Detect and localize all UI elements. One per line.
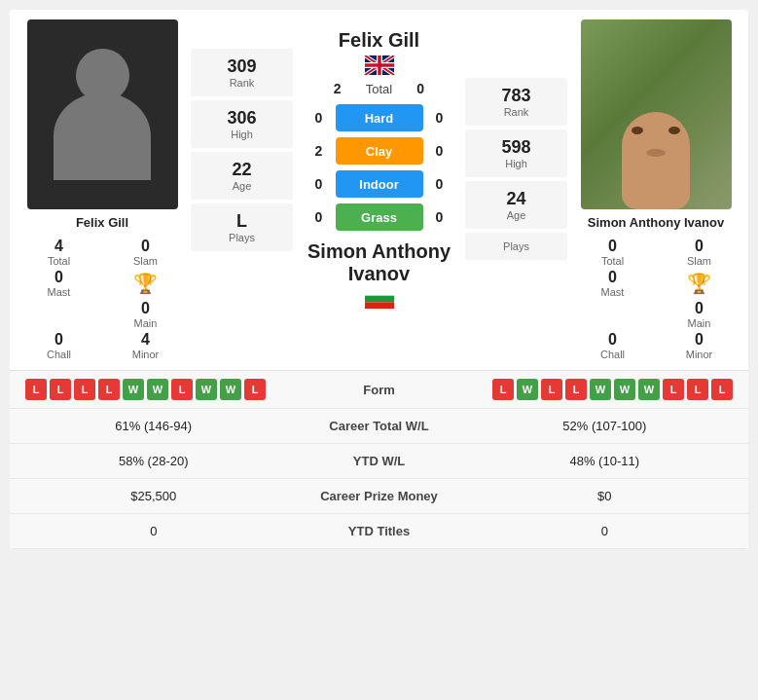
player2-prize: $0 — [477, 489, 734, 503]
player1-main-label: Main — [106, 317, 185, 329]
form-badge: L — [565, 379, 587, 400]
form-badge: L — [50, 379, 71, 400]
player2-mast-cell: 0 Mast — [573, 269, 652, 298]
player2-slam-value: 0 — [660, 238, 739, 255]
player1-rank-box: 309 Rank — [191, 49, 293, 96]
form-badge: W — [517, 379, 538, 400]
p1-hard-score: 0 — [310, 110, 328, 126]
player1-high-label: High — [195, 129, 289, 140]
p2-total-score: 0 — [412, 81, 429, 96]
player2-plays-box: Plays — [465, 233, 567, 260]
form-row: LLLLWWLWWL Form LWLLWWWLLL — [10, 371, 748, 409]
player2-photo — [581, 19, 732, 209]
player2-main-cell: 0 Main — [660, 300, 739, 329]
player2-rank-value: 783 — [469, 86, 563, 106]
player1-total-label: Total — [19, 255, 98, 267]
total-label: Total — [366, 82, 392, 96]
player1-age-box: 22 Age — [191, 152, 293, 200]
prize-row: $25,500 Career Prize Money $0 — [10, 479, 748, 514]
form-badge: W — [123, 379, 144, 400]
player1-minor-cell: 4 Minor — [106, 331, 185, 360]
player1-mast-label: Mast — [19, 286, 98, 298]
ytd-wl-row: 58% (28-20) YTD W/L 48% (10-11) — [10, 444, 748, 479]
player1-name-top: Felix Gill — [339, 29, 419, 52]
player1-high-value: 306 — [195, 108, 289, 129]
form-label: Form — [341, 383, 418, 397]
player1-rank-value: 309 — [195, 56, 289, 77]
player1-slam-label: Slam — [106, 255, 185, 267]
player2-flag-icon — [364, 289, 395, 309]
player1-plays-value: L — [195, 211, 289, 232]
form-badge: L — [492, 379, 514, 400]
clay-button[interactable]: Clay — [336, 137, 423, 165]
player1-flag-container — [364, 55, 395, 75]
player2-trophy-cell: 🏆 — [660, 269, 739, 298]
player1-chall-value: 0 — [19, 331, 98, 349]
svg-rect-1 — [365, 289, 394, 296]
player2-high-box: 598 High — [465, 129, 567, 177]
p1-indoor-score: 0 — [310, 176, 328, 192]
player1-ytd-titles: 0 — [25, 524, 282, 538]
ytd-titles-label: YTD Titles — [282, 524, 477, 538]
player2-form-badges: LWLLWWWLLL — [426, 379, 734, 400]
form-badge: L — [244, 379, 266, 400]
player1-form-badges: LLLLWWLWWL — [25, 379, 333, 400]
form-badge: L — [171, 379, 193, 400]
player2-slam-cell: 0 Slam — [660, 238, 739, 267]
player1-name: Felix Gill — [76, 215, 128, 230]
form-badge: L — [541, 379, 562, 400]
clay-row: 2 Clay 0 — [310, 137, 449, 165]
player2-high-label: High — [469, 158, 563, 169]
player2-total-label: Total — [573, 255, 652, 267]
player2-total-value: 0 — [573, 238, 652, 255]
indoor-button[interactable]: Indoor — [336, 170, 423, 198]
indoor-row: 0 Indoor 0 — [310, 170, 449, 198]
player1-chall-label: Chall — [19, 349, 98, 360]
player2-plays-label: Plays — [469, 240, 563, 252]
hard-row: 0 Hard 0 — [310, 104, 449, 131]
hard-button[interactable]: Hard — [336, 104, 423, 131]
form-badge: L — [25, 379, 47, 400]
player2-high-value: 598 — [469, 137, 563, 158]
player1-mast-value: 0 — [19, 269, 98, 286]
p2-grass-score: 0 — [431, 209, 449, 225]
form-badge: W — [220, 379, 241, 400]
form-badge: W — [196, 379, 217, 400]
player1-rank-stats: 309 Rank 306 High 22 Age L Plays — [191, 49, 293, 251]
form-badge: L — [98, 379, 120, 400]
p1-total-score: 2 — [329, 81, 346, 96]
ytd-titles-row: 0 YTD Titles 0 — [10, 514, 748, 549]
player2-rank-box: 783 Rank — [465, 78, 567, 126]
player2-main-label: Main — [660, 317, 739, 329]
player1-minor-label: Minor — [106, 349, 185, 360]
player1-photo — [27, 19, 178, 209]
player2-name-top: Simon Anthony Ivanov — [299, 240, 459, 285]
player1-age-label: Age — [195, 180, 289, 192]
p2-hard-score: 0 — [431, 110, 449, 126]
player1-rank-label: Rank — [195, 77, 289, 89]
player2-age-value: 24 — [469, 189, 563, 209]
prize-label: Career Prize Money — [282, 489, 477, 503]
player1-slam-cell: 0 Slam — [106, 238, 185, 267]
player1-total-cell: 4 Total — [19, 238, 98, 267]
grass-button[interactable]: Grass — [336, 203, 423, 231]
svg-rect-2 — [365, 296, 394, 303]
player1-trophy-icon: 🏆 — [133, 272, 158, 295]
court-section: Felix Gill 2 Total 0 0 — [299, 29, 459, 314]
player2-career-wl: 52% (107-100) — [477, 419, 734, 433]
form-badge: L — [711, 379, 733, 400]
player2-trophy-icon: 🏆 — [687, 272, 711, 295]
player2-ytd-titles: 0 — [477, 524, 734, 538]
court-rows: 0 Hard 0 2 Clay 0 0 Indoor 0 0 Grass — [299, 104, 459, 231]
player2-flag-container — [364, 289, 395, 309]
p2-indoor-score: 0 — [431, 176, 449, 192]
player2-ytd-wl: 48% (10-11) — [477, 454, 734, 468]
ytd-wl-label: YTD W/L — [282, 454, 477, 468]
player2-total-cell: 0 Total — [573, 238, 652, 267]
form-badge: W — [614, 379, 635, 400]
form-badge: W — [638, 379, 660, 400]
p2-clay-score: 0 — [431, 143, 449, 159]
player2-age-box: 24 Age — [465, 181, 567, 229]
player2-minor-value: 0 — [660, 331, 739, 349]
player2-mast-label: Mast — [573, 286, 652, 298]
